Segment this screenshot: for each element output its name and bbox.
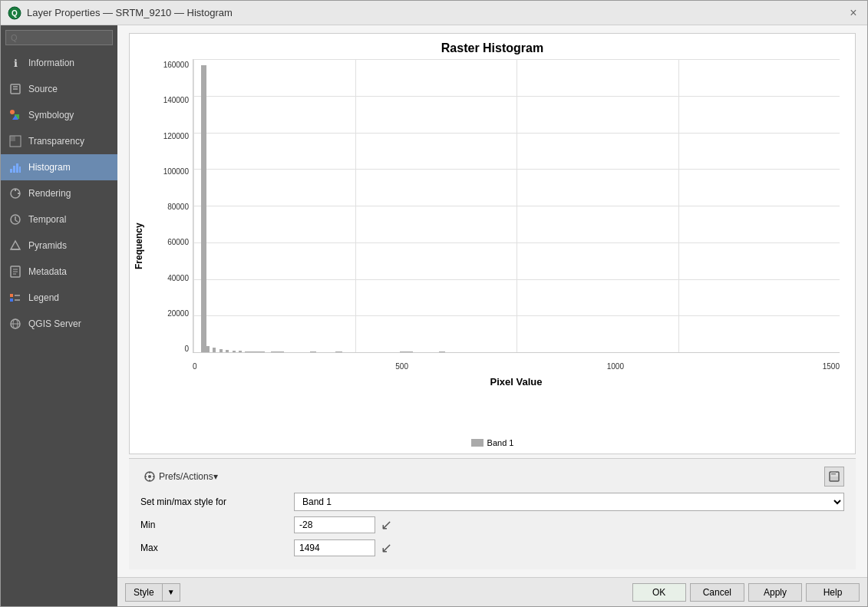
y-axis-ticks: 160000 140000 120000 100000 80000 60000 …: [150, 59, 193, 353]
legend-swatch: [471, 439, 484, 447]
histogram-bar-8: [245, 351, 264, 352]
legend-area: Band 1: [130, 434, 855, 454]
sidebar-item-symbology[interactable]: Symbology: [1, 102, 117, 128]
app-logo: Q: [7, 5, 22, 21]
main-content: ℹ Information Source Symbology Transpar: [1, 25, 867, 606]
svg-rect-40: [831, 472, 836, 475]
svg-rect-26: [10, 294, 13, 297]
ok-button[interactable]: OK: [632, 583, 686, 602]
prefs-row: Prefs/Actions▾: [140, 467, 844, 487]
histogram-icon: [8, 160, 22, 174]
information-icon: ℹ: [8, 56, 22, 70]
svg-rect-10: [10, 169, 12, 173]
grid-v-2: [517, 59, 517, 352]
minmax-label: Set min/max style for: [140, 496, 294, 507]
sidebar-item-rendering[interactable]: Rendering: [1, 180, 117, 206]
cursor-icon: ↙: [381, 516, 392, 533]
svg-text:Q: Q: [12, 9, 18, 18]
sidebar-item-temporal[interactable]: Temporal: [1, 206, 117, 233]
min-input[interactable]: [294, 516, 375, 533]
y-axis-label: Frequency: [130, 59, 150, 395]
sidebar-label-histogram: Histogram: [28, 162, 71, 173]
svg-rect-9: [10, 136, 15, 141]
bottom-bar: Style ▼ OK Cancel Apply Help: [117, 577, 867, 606]
min-label: Min: [140, 520, 294, 530]
plot-area: [193, 59, 840, 353]
sidebar-label-metadata: Metadata: [28, 266, 67, 277]
sidebar-label-qgis-server: QGIS Server: [28, 318, 81, 329]
svg-line-19: [15, 220, 18, 222]
chart-title: Raster Histogram: [130, 34, 855, 59]
minmax-row: Set min/max style for Band 1: [140, 493, 844, 511]
histogram-bar-main: [201, 65, 206, 352]
sidebar: ℹ Information Source Symbology Transpar: [1, 25, 117, 606]
sidebar-label-source: Source: [28, 84, 58, 94]
svg-rect-12: [16, 163, 18, 173]
help-button[interactable]: Help: [806, 583, 860, 602]
sidebar-item-source[interactable]: Source: [1, 76, 117, 102]
window-title: Layer Properties — SRTM_9210 — Histogram: [27, 7, 846, 18]
chart-inner: Frequency 160000 140000 120000 100000 80…: [130, 59, 855, 434]
svg-marker-20: [11, 241, 20, 249]
histogram-bar-11: [335, 351, 342, 352]
min-row: Min ↙: [140, 516, 844, 534]
source-icon: [8, 82, 22, 96]
titlebar: Q Layer Properties — SRTM_9210 — Histogr…: [1, 1, 867, 25]
histogram-bar-12: [400, 351, 413, 352]
content-area: Raster Histogram Frequency 160000 140000…: [117, 25, 867, 606]
apply-button[interactable]: Apply: [748, 583, 802, 602]
band-select[interactable]: Band 1: [294, 493, 844, 511]
histogram-area: Raster Histogram Frequency 160000 140000…: [117, 25, 867, 577]
histogram-bar-6: [233, 351, 236, 352]
histogram-bar-10: [310, 351, 316, 352]
main-window: Q Layer Properties — SRTM_9210 — Histogr…: [0, 0, 868, 607]
controls-area: Prefs/Actions▾ Set min/max style fo: [129, 458, 856, 569]
style-button[interactable]: Style: [125, 583, 163, 602]
max-input[interactable]: [294, 539, 375, 556]
sidebar-label-transparency: Transparency: [28, 136, 84, 147]
sidebar-item-metadata[interactable]: Metadata: [1, 259, 117, 285]
sidebar-label-legend: Legend: [28, 292, 59, 303]
search-input[interactable]: [5, 30, 113, 45]
cursor-icon-2: ↙: [381, 539, 392, 556]
histogram-bar-3: [213, 348, 216, 352]
histogram-bar-9: [271, 351, 284, 352]
max-apply-button[interactable]: ↙: [375, 539, 397, 557]
transparency-icon: [8, 134, 22, 148]
save-icon: [829, 471, 840, 482]
min-apply-button[interactable]: ↙: [375, 516, 397, 534]
pyramids-icon: [8, 239, 22, 252]
svg-rect-11: [13, 166, 15, 173]
sidebar-item-pyramids[interactable]: Pyramids: [1, 233, 117, 259]
sidebar-label-symbology: Symbology: [28, 110, 74, 120]
histogram-bar-13: [439, 351, 445, 352]
svg-point-5: [10, 110, 15, 114]
sidebar-item-legend[interactable]: Legend: [1, 285, 117, 311]
cancel-button[interactable]: Cancel: [690, 583, 744, 602]
sidebar-item-histogram[interactable]: Histogram: [1, 154, 117, 180]
grid-v-1: [355, 59, 356, 352]
histogram-bar-4: [219, 349, 223, 352]
prefs-label: Prefs/Actions▾: [159, 471, 218, 482]
sidebar-label-temporal: Temporal: [28, 214, 66, 225]
histogram-bar-7: [239, 351, 242, 352]
prefs-actions-button[interactable]: Prefs/Actions▾: [140, 469, 221, 484]
prefs-icon: [144, 470, 156, 483]
max-label: Max: [140, 543, 294, 553]
legend-label: Band 1: [487, 438, 514, 447]
histogram-bar-2: [206, 346, 210, 352]
save-button[interactable]: [824, 467, 844, 487]
close-button[interactable]: ×: [846, 5, 861, 21]
grid-v-3: [678, 59, 679, 352]
sidebar-label-pyramids: Pyramids: [28, 240, 67, 251]
style-dropdown-button[interactable]: ▼: [163, 583, 180, 602]
metadata-icon: [8, 265, 22, 279]
sidebar-item-qgis-server[interactable]: QGIS Server: [1, 311, 117, 337]
max-row: Max ↙: [140, 539, 844, 557]
rendering-icon: [8, 186, 22, 200]
sidebar-item-transparency[interactable]: Transparency: [1, 128, 117, 154]
sidebar-item-information[interactable]: ℹ Information: [1, 50, 117, 76]
grid-v-0: [193, 59, 194, 352]
svg-rect-27: [10, 299, 13, 302]
legend-icon: [8, 291, 22, 305]
